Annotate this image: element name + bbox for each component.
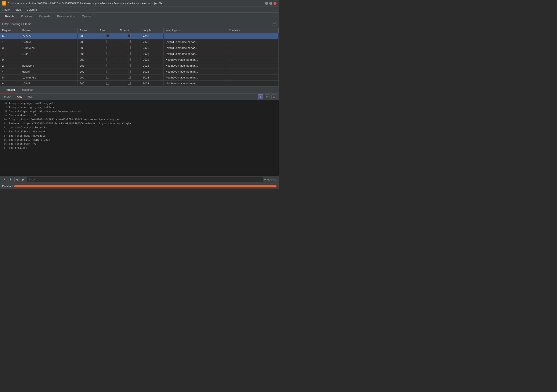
- menu-save[interactable]: Save: [14, 8, 23, 12]
- checkbox-icon[interactable]: [106, 70, 109, 73]
- checkbox-icon[interactable]: [106, 76, 109, 79]
- code-area: 6Accept-Language: en-US,en;q=0.57Accept-…: [0, 100, 278, 176]
- line-number: 15: [2, 138, 7, 142]
- search-input[interactable]: [27, 177, 263, 182]
- nav-prev-icon[interactable]: ◀: [14, 177, 19, 182]
- tab-results[interactable]: Results: [2, 12, 17, 20]
- nav-next-icon[interactable]: ▶: [21, 177, 26, 182]
- table-row[interactable]: 11234562002976Invalid username or pas...: [0, 39, 278, 45]
- col-header-request[interactable]: Request: [0, 28, 20, 33]
- tab-payloads[interactable]: Payloads: [36, 12, 54, 20]
- sub-tab-group: Pretty Raw Hex: [2, 95, 34, 99]
- table-row[interactable]: 697777772002898: [0, 33, 278, 39]
- table-row[interactable]: 6123452003028You have made too man...: [0, 80, 278, 87]
- line-number: 7: [2, 105, 7, 110]
- table-row[interactable]: 712342002976Invalid username or pas...: [0, 51, 278, 57]
- line-content: Accept-Language: en-US,en;q=0.5: [9, 102, 56, 105]
- checkbox-icon[interactable]: [128, 34, 131, 37]
- status-help-icon[interactable]: ?: [2, 177, 7, 182]
- col-header-warning[interactable]: -warning> ▲: [164, 28, 227, 33]
- bottom-panel: Request Response Pretty Raw Hex ≡ \n ☰ 6…: [0, 87, 278, 176]
- line-content: Sec-Fetch-User: ?1: [9, 142, 36, 146]
- line-content: Sec-Fetch-Mode: navigate: [9, 134, 46, 138]
- checkbox-icon[interactable]: [128, 58, 131, 61]
- checkbox-icon[interactable]: [128, 46, 131, 49]
- checkbox-icon[interactable]: [128, 82, 131, 85]
- checkbox-icon[interactable]: [106, 40, 109, 43]
- table-row[interactable]: 4qwerty2003028You have made too man...: [0, 69, 278, 75]
- sub-tab-raw[interactable]: Raw: [15, 95, 24, 99]
- line-content: Sec-Fetch-Dest: document: [9, 130, 46, 134]
- col-header-timeout[interactable]: Timeout: [118, 28, 140, 33]
- table-row[interactable]: 02003028You have made too man...: [0, 57, 278, 63]
- checkbox-icon[interactable]: [106, 58, 109, 61]
- filter-bar: Filter: Showing all items ?: [0, 20, 278, 28]
- status-settings-icon[interactable]: ⚙: [8, 177, 13, 182]
- line-content: Referer: https://0a5800cd040912ccc0ad683…: [9, 122, 131, 126]
- filter-help-button[interactable]: ?: [272, 22, 277, 26]
- main-tabs: Results Positions Payloads Resource Pool…: [0, 13, 278, 20]
- checkbox-icon[interactable]: [106, 52, 109, 55]
- line-content: Upgrade-Insecure-Requests: 1: [9, 126, 52, 130]
- menu-attack[interactable]: Attack: [2, 8, 11, 12]
- status-bar: ? ⚙ ◀ ▶ 0 matches: [0, 176, 278, 183]
- col-header-comment[interactable]: Comment: [227, 28, 278, 33]
- menu-columns[interactable]: Columns: [26, 8, 38, 12]
- checkbox-icon[interactable]: [106, 34, 109, 37]
- tab-options[interactable]: Options: [79, 12, 95, 20]
- line-number: 16: [2, 142, 7, 146]
- bottom-status-bar: Finished: [0, 183, 278, 189]
- checkbox-icon[interactable]: [128, 76, 131, 79]
- checkbox-icon[interactable]: [106, 46, 109, 49]
- col-header-length[interactable]: Length: [140, 28, 164, 33]
- table-row[interactable]: 2password2003028You have made too man...: [0, 63, 278, 69]
- results-table-container: Request Payload Status Error Timeout Len…: [0, 28, 278, 87]
- maximize-button[interactable]: [269, 2, 272, 5]
- table-header-row: Request Payload Status Error Timeout Len…: [0, 28, 278, 33]
- window-title: 7. Intruder attack of https://0a5800cd04…: [8, 2, 162, 5]
- checkbox-icon[interactable]: [128, 64, 131, 67]
- sub-tab-hex[interactable]: Hex: [26, 95, 34, 99]
- table-row[interactable]: 51234567892003028You have made too man..…: [0, 75, 278, 80]
- window-controls: [265, 2, 277, 5]
- col-header-payload[interactable]: Payload: [20, 28, 77, 33]
- checkbox-icon[interactable]: [128, 52, 131, 55]
- hamburger-icon[interactable]: ☰: [271, 94, 277, 99]
- col-header-error[interactable]: Error: [98, 28, 118, 33]
- line-content: Te: trailers: [9, 146, 27, 150]
- line-content: Accept-Encoding: gzip, deflate: [9, 105, 55, 110]
- results-table: Request Payload Status Error Timeout Len…: [0, 28, 278, 87]
- table-row[interactable]: 3123456782002976Invalid username or pas.…: [0, 45, 278, 51]
- line-content: Origin: https://0a5800cd040912ccc0ad683f…: [9, 118, 120, 122]
- col-header-status[interactable]: Status: [77, 28, 98, 33]
- code-line: 7Accept-Encoding: gzip, deflate: [2, 105, 277, 110]
- sub-tabs: Pretty Raw Hex ≡ \n ☰: [0, 94, 278, 100]
- checkbox-icon[interactable]: [106, 64, 109, 67]
- progress-bar: [14, 185, 277, 187]
- line-number: 10: [2, 118, 7, 122]
- sub-tab-actions: ≡ \n ☰: [258, 94, 277, 99]
- line-number: 9: [2, 114, 7, 118]
- line-number: 11: [2, 122, 7, 126]
- tab-positions[interactable]: Positions: [17, 12, 36, 20]
- line-number: 12: [2, 126, 7, 130]
- checkbox-icon[interactable]: [128, 40, 131, 43]
- panel-tab-request[interactable]: Request: [2, 87, 18, 93]
- code-line: 17Te: trailers: [2, 146, 277, 150]
- checkbox-icon[interactable]: [128, 70, 131, 73]
- code-line: 11Referer: https://0a5800cd040912ccc0ad6…: [2, 122, 277, 126]
- panel-tab-response[interactable]: Response: [18, 87, 36, 93]
- minimize-button[interactable]: [265, 2, 268, 5]
- progress-bar-fill: [14, 185, 277, 187]
- close-button[interactable]: [273, 2, 277, 5]
- code-line: 10Origin: https://0a5800cd040912ccc0ad68…: [2, 118, 277, 122]
- tab-resource-pool[interactable]: Resource Pool: [54, 12, 79, 20]
- code-line: 9Content-Length: 27: [2, 114, 277, 118]
- checkbox-icon[interactable]: [106, 82, 109, 85]
- title-bar-left: ⚡ 7. Intruder attack of https://0a5800cd…: [2, 1, 162, 6]
- line-content: Sec-Fetch-Site: same-origin: [9, 138, 50, 142]
- newline-icon[interactable]: \n: [265, 94, 270, 99]
- word-wrap-icon[interactable]: ≡: [258, 94, 263, 99]
- line-number: 14: [2, 134, 7, 138]
- sub-tab-pretty[interactable]: Pretty: [2, 95, 13, 99]
